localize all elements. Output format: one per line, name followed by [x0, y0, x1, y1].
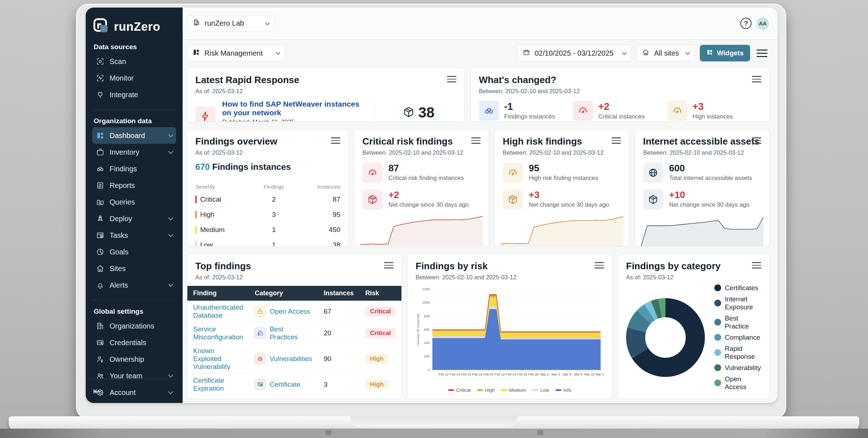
sidebar-item-credentials[interactable]: Credentials	[92, 334, 176, 351]
stat-value: 95	[529, 163, 598, 174]
certificate-icon	[255, 379, 266, 390]
card-menu-icon[interactable]	[752, 262, 761, 269]
sidebar-item-monitor[interactable]: Monitor	[92, 70, 176, 86]
legend-item: Info	[556, 387, 571, 393]
table-row[interactable]: Low138	[195, 237, 340, 246]
card-menu-icon[interactable]	[471, 137, 481, 144]
table-row[interactable]: Certificate Expiration Certificate 3 Hig…	[187, 374, 402, 395]
dashboard-content: Latest Rapid Response As of: 2025-03-12 …	[183, 67, 778, 403]
date-range-picker[interactable]: 02/10/2025 - 03/12/2025	[517, 45, 631, 61]
top-findings-table: Finding Category Instances Risk Unauthen…	[187, 286, 402, 399]
card-menu-icon[interactable]	[384, 262, 393, 269]
legend-item: High	[477, 387, 495, 393]
thumbs-up-icon	[255, 327, 266, 339]
runzero-logo[interactable]: runZero	[93, 18, 175, 36]
table-row[interactable]: Service Misconfiguration Best Practices …	[187, 322, 402, 344]
sidebar-item-scan[interactable]: Scan	[92, 53, 176, 70]
sidebar-item-queries[interactable]: Queries	[92, 194, 176, 210]
sidebar-item-deploy[interactable]: Deploy	[92, 210, 176, 227]
inventory-icon	[96, 148, 105, 156]
finding-link[interactable]: Known Exploited Vulnerability	[193, 347, 230, 370]
stat-value: 600	[669, 163, 752, 174]
card-title: Findings by category	[626, 261, 761, 272]
widgets-grid-icon	[706, 49, 713, 57]
svg-text:Mar 12: Mar 12	[596, 373, 604, 376]
legend-label: Open Access	[725, 375, 761, 391]
category-link[interactable]: Open Access	[269, 308, 310, 315]
svg-text:80k: 80k	[424, 314, 430, 318]
legend-dot	[714, 319, 721, 326]
sidebar-item-label: Monitor	[110, 74, 134, 82]
whats-changed-card: What's changed? Between: 2025-02-10 and …	[471, 68, 770, 122]
column-header: Risk	[359, 286, 402, 301]
table-row[interactable]: Medium1450	[195, 222, 340, 237]
svg-text:Mar 2: Mar 2	[540, 373, 549, 376]
binoculars-icon	[479, 100, 499, 121]
total-count: 670	[195, 162, 210, 172]
card-menu-icon[interactable]	[331, 137, 340, 144]
sidebar-divider	[92, 110, 176, 110]
category-link[interactable]: Certificate	[269, 381, 301, 388]
package-icon	[643, 189, 663, 210]
sites-filter-value: All sites	[654, 49, 679, 57]
card-menu-icon[interactable]	[752, 76, 761, 82]
sites-filter[interactable]: All sites	[637, 45, 695, 61]
calendar-icon	[523, 48, 530, 58]
id-card-icon	[96, 338, 105, 347]
stat-label: Critical risk finding instances	[388, 175, 464, 181]
avatar[interactable]: AA	[757, 17, 769, 30]
card-menu-icon[interactable]	[612, 137, 621, 144]
dashboard-selector[interactable]: Risk Management	[187, 45, 285, 61]
legend-label: Vulnerability	[725, 364, 761, 372]
sidebar-item-ownership[interactable]: Ownership	[92, 351, 176, 368]
sidebar-item-dashboard[interactable]: Dashboard	[92, 127, 176, 144]
category-link[interactable]: Vulnerabilities	[269, 355, 312, 363]
organization-selector[interactable]: runZero Lab	[187, 15, 275, 32]
svg-text:Feb 14: Feb 14	[450, 373, 460, 376]
sidebar-item-inventory[interactable]: Inventory	[92, 144, 176, 160]
card-menu-icon[interactable]	[595, 262, 604, 269]
sidebar-item-findings[interactable]: Findings	[92, 160, 176, 177]
card-menu-icon[interactable]	[447, 76, 456, 82]
widgets-button[interactable]: Widgets	[700, 45, 750, 61]
legend-dot	[714, 364, 721, 371]
laptop-foot	[326, 430, 331, 435]
sidebar-item-label: Sites	[110, 265, 125, 273]
card-menu-icon[interactable]	[752, 137, 761, 144]
rapid-response-article-link[interactable]: How to find SAP NetWeaver instances on y…	[222, 100, 367, 117]
sidebar-item-label: Goals	[110, 248, 128, 256]
severity-color-bar	[195, 241, 197, 246]
section-global-settings: Global settings	[94, 308, 175, 315]
table-row[interactable]: Known Exploited Vulnerability Vulnerabil…	[187, 344, 402, 374]
sidebar-item-goals[interactable]: Goals	[92, 244, 176, 260]
table-row[interactable]: Critical287	[195, 192, 340, 207]
sidebar-collapse-row: ⇤	[86, 379, 183, 403]
finding-link[interactable]: Service Misconfiguration	[193, 325, 243, 341]
collapse-sidebar-icon[interactable]: ⇤	[93, 386, 101, 397]
sidebar-item-integrate[interactable]: Integrate	[92, 86, 176, 103]
grid-icon	[192, 48, 200, 58]
card-title: Latest Rapid Response	[195, 74, 456, 86]
finding-link[interactable]: Certificate Expiration	[193, 377, 224, 392]
finding-link[interactable]: Publicly Exposed Database Server	[193, 398, 222, 400]
card-subtitle: Between: 2025-02-10 and 2025-03-12	[503, 149, 621, 156]
sidebar-item-alerts[interactable]: Alerts	[92, 277, 176, 293]
stacked-area-chart: 020k40k60k80k100k120kFeb 12Feb 14Feb 16F…	[416, 284, 604, 386]
severity-color-bar	[195, 196, 197, 203]
sidebar-item-reports[interactable]: Reports	[92, 177, 176, 194]
category-link[interactable]: Best Practices	[269, 325, 312, 341]
finding-link[interactable]: Unauthenticated Database	[193, 304, 243, 319]
legend-label: Compliance	[725, 334, 760, 342]
chart-legend: CriticalHighMediumLowInfo	[416, 386, 604, 394]
sidebar-item-organizations[interactable]: Organizations	[92, 318, 176, 334]
help-icon[interactable]: ?	[740, 18, 752, 29]
table-row[interactable]: High395	[195, 207, 340, 222]
table-row[interactable]: Publicly Exposed Database Server Interne…	[187, 395, 402, 400]
sidebar-item-sites[interactable]: Sites	[92, 260, 176, 277]
menu-icon[interactable]	[755, 48, 769, 59]
card-title: Findings overview	[195, 136, 340, 147]
table-row[interactable]: Unauthenticated Database Open Access 67 …	[187, 301, 402, 322]
sidebar-item-tasks[interactable]: Tasks	[92, 227, 176, 244]
potentially-impacted-label: Potentially impacted	[380, 121, 456, 122]
svg-text:100k: 100k	[422, 300, 430, 304]
